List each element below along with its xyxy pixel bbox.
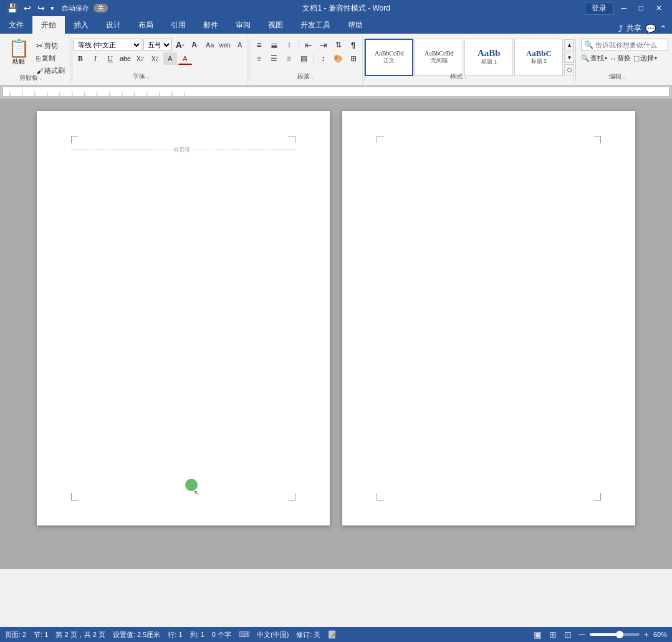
titlebar-left: 💾 ↩ ↪ ▾ 自动保存 关: [5, 3, 108, 13]
align-right-button[interactable]: ≡: [282, 52, 296, 65]
styles-expand-icon[interactable]: ⌵: [464, 74, 467, 80]
tab-view[interactable]: 视图: [259, 16, 292, 34]
font-name-select[interactable]: 等线 (中文正: [74, 39, 142, 51]
tab-references[interactable]: 引用: [162, 16, 194, 34]
search-input[interactable]: [595, 41, 664, 49]
divider-3: [364, 39, 365, 81]
text-highlight-button[interactable]: A: [233, 39, 247, 51]
editing-expand-icon[interactable]: ⌵: [623, 74, 626, 80]
share-icon[interactable]: ⤴: [618, 24, 623, 34]
styles-more-button[interactable]: ⬡: [564, 64, 574, 75]
corner-tr-1: [288, 136, 295, 143]
window-minimize-button[interactable]: ─: [616, 0, 631, 16]
paste-button[interactable]: 📋 粘贴: [5, 39, 32, 77]
comment-icon[interactable]: 💬: [645, 24, 656, 34]
window-restore-button[interactable]: □: [634, 0, 648, 16]
styles-scroll-down[interactable]: ▼: [564, 52, 574, 63]
status-pages: 第 2 页，共 2 页: [55, 630, 105, 640]
increase-indent-button[interactable]: ⇥: [317, 39, 330, 51]
search-box[interactable]: 🔍: [581, 39, 668, 51]
zoom-in-button[interactable]: +: [642, 630, 651, 640]
bold-button[interactable]: B: [74, 52, 87, 65]
clipboard-expand-icon[interactable]: ⌵: [39, 75, 42, 81]
paragraph-expand-icon[interactable]: ⌵: [311, 74, 314, 80]
save-icon[interactable]: 💾: [5, 3, 19, 13]
show-formatting-button[interactable]: ¶: [347, 39, 360, 51]
status-right: ▣ ⊞ ⊡ ─ + 60%: [532, 630, 667, 640]
tab-design[interactable]: 设计: [97, 16, 130, 34]
status-lang: 中文(中国): [257, 630, 289, 640]
style-normal-label: 正文: [383, 57, 395, 65]
italic-button[interactable]: I: [89, 52, 102, 65]
tab-layout[interactable]: 布局: [130, 16, 162, 34]
numbering-button[interactable]: ≣: [267, 39, 281, 51]
window-title: 文档1 - 兼容性模式 - Word: [108, 3, 585, 14]
font-grow-button[interactable]: A+: [173, 39, 187, 51]
view-print-button[interactable]: ▣: [532, 630, 544, 640]
styles-scroll-up[interactable]: ▲: [564, 39, 574, 50]
font-row-1: 等线 (中文正 五号 A+ A- Aa wen A: [74, 39, 247, 51]
font-expand-icon[interactable]: ⌵: [146, 74, 150, 80]
ribbon-collapse-icon[interactable]: ⌃: [660, 24, 667, 34]
style-heading2-label: 标题 2: [531, 57, 547, 65]
paragraph-group-label: 段落: [297, 72, 310, 81]
style-heading2-sample: AaBbC: [526, 49, 552, 57]
style-heading2[interactable]: AaBbC 标题 2: [514, 39, 563, 76]
page-1: ·············分页符··············· ↖: [37, 111, 330, 525]
style-normal[interactable]: AaBbCcDd 正文: [365, 39, 413, 76]
login-button[interactable]: 登录: [585, 2, 613, 15]
align-left-button[interactable]: ≡: [252, 52, 266, 65]
decrease-indent-button[interactable]: ⇤: [302, 39, 315, 51]
redo-icon[interactable]: ↪: [36, 3, 47, 13]
tab-home[interactable]: 开始: [32, 16, 65, 34]
copy-icon: ⎘: [36, 55, 41, 62]
style-no-spacing[interactable]: AaBbCcDd 无间隔: [415, 39, 463, 76]
shading-button[interactable]: 🎨: [332, 52, 345, 65]
tab-help[interactable]: 帮助: [339, 16, 372, 34]
sort-button[interactable]: ⇅: [332, 39, 345, 51]
svg-text:|: |: [47, 91, 48, 96]
find-button[interactable]: 🔍 查找 ▾: [581, 54, 607, 63]
borders-button[interactable]: ⊞: [347, 52, 360, 65]
cut-button[interactable]: ✂ 剪切: [34, 40, 67, 52]
multilevel-button[interactable]: ⁝: [282, 39, 296, 51]
change-case-button[interactable]: Aa: [203, 39, 217, 51]
document-area[interactable]: ·············分页符··············· ↖: [0, 98, 672, 569]
customize-icon[interactable]: ▾: [49, 4, 55, 12]
clear-format-button[interactable]: wen: [218, 39, 232, 51]
zoom-out-button[interactable]: ─: [577, 630, 587, 640]
superscript-button[interactable]: X2: [148, 52, 162, 65]
cut-icon: ✂: [36, 41, 43, 50]
bullets-button[interactable]: ≡: [252, 39, 266, 51]
corner-tr-2: [593, 136, 601, 143]
share-label[interactable]: 共享: [626, 23, 641, 34]
font-size-select[interactable]: 五号: [143, 39, 172, 51]
font-color-button[interactable]: A: [178, 52, 192, 65]
view-web-button[interactable]: ⊞: [547, 630, 559, 640]
style-heading1[interactable]: AaBb 标题 1: [464, 39, 513, 76]
replace-button[interactable]: ↔ 替换: [610, 54, 631, 63]
font-shrink-button[interactable]: A-: [188, 39, 202, 51]
view-read-button[interactable]: ⊡: [562, 630, 574, 640]
justify-button[interactable]: ▤: [297, 52, 311, 65]
corner-tl-2: [377, 136, 384, 143]
tab-insert[interactable]: 插入: [65, 16, 97, 34]
tab-mailings[interactable]: 邮件: [194, 16, 227, 34]
zoom-slider[interactable]: [590, 633, 640, 636]
copy-button[interactable]: ⎘ 复制: [34, 52, 67, 64]
char-shading-button[interactable]: A: [163, 52, 177, 65]
strikethrough-button[interactable]: abc: [118, 52, 132, 65]
line-spacing-button[interactable]: ↕: [317, 52, 330, 65]
select-button[interactable]: ⬚ 选择 ▾: [633, 54, 657, 63]
align-center-button[interactable]: ☰: [267, 52, 281, 65]
tab-review[interactable]: 审阅: [227, 16, 259, 34]
zoom-value[interactable]: 60%: [653, 631, 667, 638]
subscript-button[interactable]: X2: [133, 52, 147, 65]
undo-icon[interactable]: ↩: [22, 3, 33, 13]
tab-developer[interactable]: 开发工具: [292, 16, 339, 34]
corner-br-2: [593, 493, 601, 501]
window-close-button[interactable]: ✕: [651, 0, 667, 16]
autosave-toggle[interactable]: 关: [94, 4, 108, 13]
tab-file[interactable]: 文件: [0, 16, 32, 34]
underline-button[interactable]: U: [103, 52, 117, 65]
